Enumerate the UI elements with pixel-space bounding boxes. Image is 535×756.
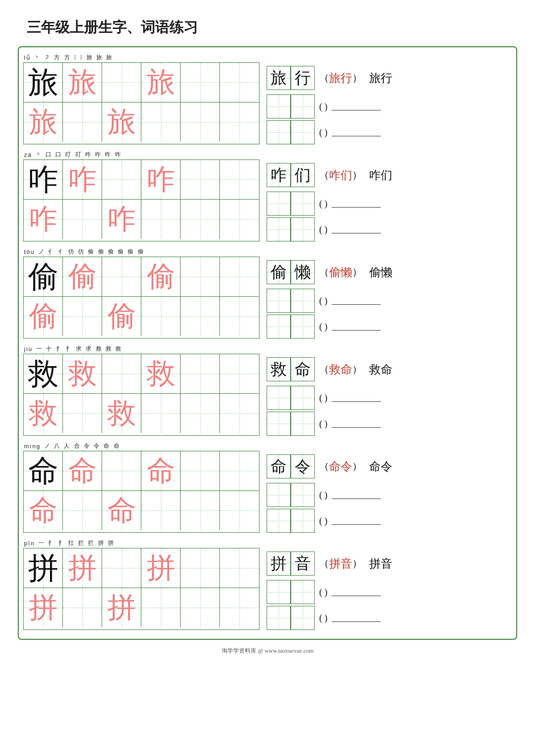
practice-char-r1-2-jiu: 救 <box>147 360 175 388</box>
vocab-box2-tou: 懒 <box>291 260 315 284</box>
empty-box2-0-tou <box>291 289 315 313</box>
empty-box1-0-jiu <box>267 386 291 410</box>
strokes-za: 丶 口 口 叮 叮 咋 咋 咋 咋 <box>36 151 122 159</box>
vocab-box1-jiu: 救 <box>267 357 291 381</box>
practice-cell-r1-2-jiu: 救 <box>141 354 181 393</box>
empty-box2-1-pin <box>291 606 315 630</box>
practice-cell-r1-0-za: 咋 <box>63 160 102 199</box>
practice-char-r1-0-ming: 命 <box>68 457 97 485</box>
vocab-plain-za: 咋们 <box>369 168 392 183</box>
practice-cell-r1-0-jiu: 救 <box>63 354 102 393</box>
practice-char-r1-2-ming: 命 <box>147 457 175 485</box>
empty-box1-1-za <box>267 217 291 241</box>
write-line-row-0-za: ( ) <box>267 192 512 216</box>
practice-cell-r1-3-jiu <box>181 354 220 393</box>
practice-char-r1-0-za: 咋 <box>68 165 97 194</box>
char-practice-jiu: 救救救救救 <box>23 354 259 436</box>
vocab-box2-jiu: 命 <box>291 357 315 381</box>
vocab-box1-pin: 拼 <box>267 552 291 576</box>
practice-cell-r1-4-ming <box>220 451 259 490</box>
practice-cell-r2-0-tou: 偷 <box>24 297 63 336</box>
practice-cell-r1-4-lv <box>220 63 259 102</box>
practice-cell-r2-3-tou <box>141 297 181 336</box>
main-char-jiu: 救 <box>28 359 58 389</box>
practice-cell-r2-1-za <box>63 200 102 239</box>
write-line-row-1-ming: ( ) <box>267 509 512 533</box>
write-line-row-0-ming: ( ) <box>267 483 512 507</box>
practice-char-r2-0-ming: 命 <box>29 496 58 525</box>
char-grid-row2-ming: 命命 <box>24 491 259 530</box>
vocab-plain-jiu: 救命 <box>369 362 392 377</box>
char-grid-row2-jiu: 救救 <box>24 394 259 433</box>
practice-char-r2-2-jiu: 救 <box>107 399 136 428</box>
char-practice-ming: 命命命命命 <box>23 451 259 533</box>
section-content-pin: 拼拼拼拼拼拼音（拼音）拼音( )( ) <box>23 548 512 630</box>
practice-cell-r1-2-lv: 旅 <box>141 63 181 102</box>
write-line-row-1-tou: ( ) <box>267 315 512 339</box>
practice-char-r2-0-lv: 旅 <box>29 108 58 136</box>
vocab-row-lv: 旅行（旅行）旅行 <box>267 66 512 90</box>
write-line-row-0-pin: ( ) <box>267 580 512 604</box>
practice-cell-r2-5-ming <box>220 491 259 530</box>
char-grid-row2-pin: 拼拼 <box>24 588 259 627</box>
practice-cell-r2-1-ming <box>63 491 102 530</box>
strokes-tou: ノ 亻 亻 仿 仿 偷 偷 偷 偷 偷 偷 <box>38 248 145 256</box>
practice-cell-r1-0-tou: 偷 <box>63 257 102 296</box>
practice-char-r1-2-za: 咋 <box>147 165 175 194</box>
paren-empty-1-pin: ( ) <box>319 613 327 623</box>
blank-line-1-jiu <box>332 420 381 428</box>
paren-empty-1-jiu: ( ) <box>319 419 327 429</box>
empty-box1-0-tou <box>267 289 291 313</box>
paren-empty-1-lv: ( ) <box>319 127 327 138</box>
practice-cell-r2-5-pin <box>220 588 259 627</box>
blank-line-0-ming <box>332 491 381 499</box>
char-practice-za: 咋咋咋咋咋 <box>23 159 259 241</box>
main-char-cell-tou: 偷 <box>24 257 63 296</box>
section-content-za: 咋咋咋咋咋咋们（咋们）咋们( )( ) <box>23 159 512 241</box>
char-grid-row1-ming: 命命命 <box>24 451 259 491</box>
write-lines-jiu: ( )( ) <box>267 386 512 436</box>
empty-box2-0-za <box>291 192 315 216</box>
empty-box2-1-tou <box>291 315 315 339</box>
vocab-boxes-za: 咋们 <box>267 163 315 187</box>
empty-box2-0-ming <box>291 483 315 507</box>
practice-cell-r1-4-pin <box>220 548 259 588</box>
write-line-row-0-lv: ( ) <box>267 94 512 119</box>
empty-box2-0-lv <box>291 94 315 119</box>
section-content-tou: 偷偷偷偷偷偷懒（偷懒）偷懒( )( ) <box>23 257 512 339</box>
char-grid-row1-lv: 旅旅旅 <box>24 63 259 102</box>
vocab-boxes-tou: 偷懒 <box>267 260 315 284</box>
practice-cell-r2-0-za: 咋 <box>24 200 63 239</box>
practice-cell-r1-0-pin: 拼 <box>63 548 102 588</box>
paren-empty-0-ming: ( ) <box>319 490 327 500</box>
practice-cell-r2-4-pin <box>181 588 220 627</box>
practice-cell-r1-3-pin <box>181 548 220 588</box>
empty-box2-1-ming <box>291 509 315 533</box>
practice-cell-r2-0-lv: 旅 <box>24 102 63 142</box>
main-char-cell-za: 咋 <box>24 160 63 199</box>
practice-char-r1-0-tou: 偷 <box>68 262 97 291</box>
vocab-paren-text-tou: 偷懒 <box>329 265 352 280</box>
vocab-row-pin: 拼音（拼音）拼音 <box>267 552 512 576</box>
vocab-plain-lv: 旅行 <box>369 70 392 86</box>
character-section-tou: tōuノ 亻 亻 仿 仿 偷 偷 偷 偷 偷 偷偷偷偷偷偷偷懒（偷懒）偷懒( )… <box>23 246 512 341</box>
empty-box1-1-jiu <box>267 412 291 436</box>
practice-cell-r1-2-tou: 偷 <box>141 257 181 296</box>
char-grid-row2-za: 咋咋 <box>24 200 259 239</box>
empty-box1-1-ming <box>267 509 291 533</box>
vocab-box2-lv: 行 <box>291 66 315 90</box>
main-char-cell-pin: 拼 <box>24 548 63 588</box>
empty-box1-1-lv <box>267 120 291 144</box>
vocab-boxes-ming: 命令 <box>267 454 315 478</box>
vocab-paren-text-pin: 拼音 <box>329 556 352 572</box>
empty-box2-0-pin <box>291 580 315 604</box>
vocab-paren-za: （咋们） <box>319 168 362 183</box>
blank-line-1-tou <box>332 323 381 331</box>
blank-line-0-lv <box>332 102 381 110</box>
footer: 淘学学资料库 @ www.taoxuexue.com <box>0 640 535 658</box>
practice-cell-r2-3-za <box>141 200 181 239</box>
stroke-guide-pin: pīn一 扌 扌 扛 拦 拦 拼 拼 <box>23 537 512 548</box>
practice-char-r2-2-ming: 命 <box>107 496 136 525</box>
pinyin-tou: tōu <box>24 249 35 255</box>
write-line-row-0-tou: ( ) <box>267 289 512 313</box>
